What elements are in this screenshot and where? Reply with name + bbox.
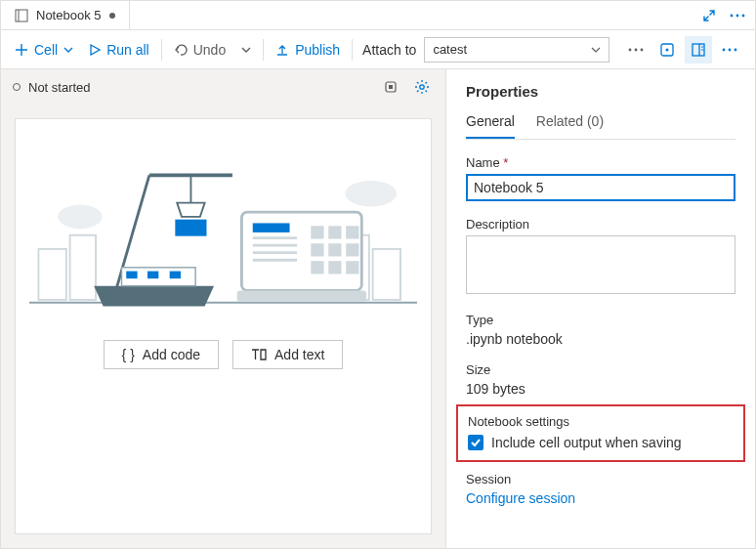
svg-point-21	[58, 205, 102, 230]
svg-point-3	[736, 14, 739, 17]
notebook-icon	[15, 9, 28, 22]
description-label: Description	[466, 217, 735, 232]
runall-label: Run all	[106, 42, 149, 58]
svg-rect-45	[346, 226, 358, 238]
properties-icon[interactable]	[685, 36, 712, 63]
undo-label: Undo	[193, 42, 226, 58]
tab-general[interactable]: General	[466, 113, 515, 139]
add-code-button[interactable]: { } Add code	[104, 340, 219, 369]
svg-rect-48	[346, 243, 358, 256]
type-value: .ipynb notebook	[466, 331, 735, 347]
run-all-button[interactable]: Run all	[81, 38, 157, 62]
publish-label: Publish	[295, 42, 340, 58]
svg-rect-44	[328, 226, 341, 238]
unsaved-indicator-icon	[109, 13, 115, 19]
status-dot-icon	[13, 83, 21, 91]
add-code-label: Add code	[143, 347, 200, 362]
svg-rect-49	[311, 261, 323, 274]
svg-point-9	[666, 48, 669, 51]
undo-icon	[174, 43, 188, 57]
svg-point-16	[735, 48, 737, 51]
chevron-down-icon	[63, 47, 73, 53]
play-icon	[89, 44, 101, 56]
name-input[interactable]	[466, 174, 735, 201]
svg-rect-50	[328, 261, 341, 274]
svg-point-7	[641, 48, 644, 51]
include-output-checkbox[interactable]	[468, 435, 483, 450]
svg-rect-38	[253, 223, 290, 232]
configure-session-link[interactable]: Configure session	[466, 490, 735, 506]
chevron-down-icon	[241, 47, 251, 53]
svg-point-19	[420, 85, 424, 89]
stop-icon[interactable]	[379, 75, 402, 99]
add-text-button[interactable]: Add text	[232, 340, 343, 369]
svg-rect-31	[175, 220, 206, 236]
svg-rect-47	[328, 243, 341, 256]
attach-label: Attach to	[362, 42, 416, 58]
expand-icon[interactable]	[702, 9, 716, 22]
plus-icon	[15, 43, 28, 57]
check-icon	[470, 437, 482, 448]
status-text: Not started	[28, 80, 91, 95]
svg-rect-18	[389, 85, 393, 89]
svg-rect-43	[311, 226, 323, 238]
tabbar: Notebook 5	[1, 1, 755, 30]
notebook-settings-highlight: Notebook settings Include cell output wh…	[456, 404, 745, 462]
publish-button[interactable]: Publish	[268, 38, 348, 62]
add-cell-button[interactable]: Cell	[7, 38, 81, 62]
status-bar: Not started	[1, 69, 445, 105]
undo-button[interactable]: Undo	[166, 38, 233, 62]
cell-label: Cell	[34, 42, 58, 58]
hero-illustration	[29, 133, 417, 328]
size-value: 109 bytes	[466, 381, 735, 397]
toolbar-more2-icon[interactable]	[716, 36, 743, 63]
size-label: Size	[466, 362, 735, 377]
svg-point-15	[729, 48, 732, 51]
code-icon: { }	[122, 347, 135, 362]
settings-gear-icon[interactable]	[410, 75, 434, 99]
attach-select[interactable]: catest	[424, 37, 609, 63]
svg-rect-33	[126, 272, 137, 279]
tab-label: Notebook 5	[36, 8, 102, 22]
svg-point-5	[629, 48, 632, 51]
publish-icon	[275, 43, 289, 57]
empty-state: { } Add code Add text	[15, 118, 432, 534]
toolbar: Cell Run all Undo Publish Attach to cate…	[1, 30, 755, 69]
properties-panel: Properties General Related (0) Name Desc…	[445, 69, 755, 548]
include-output-label: Include cell output when saving	[491, 435, 682, 450]
svg-point-22	[345, 181, 397, 206]
name-label: Name	[466, 155, 735, 170]
svg-point-6	[635, 48, 638, 51]
properties-title: Properties	[466, 83, 735, 100]
more-icon[interactable]	[730, 14, 745, 18]
tab-related[interactable]: Related (0)	[536, 113, 604, 139]
tab-notebook[interactable]: Notebook 5	[1, 1, 130, 29]
svg-rect-46	[311, 243, 323, 256]
svg-rect-35	[170, 272, 181, 279]
add-text-label: Add text	[274, 347, 324, 362]
attach-value: catest	[433, 42, 467, 57]
svg-rect-37	[237, 290, 366, 301]
type-label: Type	[466, 313, 735, 327]
undo-dropdown[interactable]	[233, 43, 259, 57]
variables-icon[interactable]	[653, 36, 681, 63]
settings-label: Notebook settings	[468, 414, 734, 429]
svg-rect-34	[147, 272, 158, 279]
svg-point-14	[723, 48, 726, 51]
toolbar-more-icon[interactable]	[622, 36, 650, 63]
svg-point-4	[742, 14, 745, 17]
text-icon	[251, 348, 267, 361]
svg-rect-51	[346, 261, 358, 274]
description-input[interactable]	[466, 235, 735, 294]
chevron-down-icon	[591, 47, 601, 53]
svg-point-2	[731, 14, 734, 17]
session-label: Session	[466, 472, 735, 486]
svg-rect-0	[16, 10, 27, 21]
